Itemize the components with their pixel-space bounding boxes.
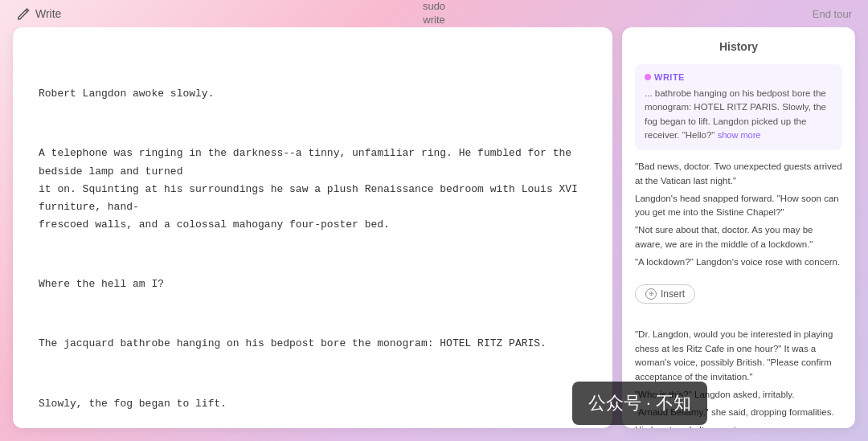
history-para-4: "A lockdown?" Langdon's voice rose with …	[635, 254, 842, 272]
paragraph-1: Robert Langdon awoke slowly.	[39, 85, 587, 103]
history-para-5: "Dr. Langdon, would you be interested in…	[635, 326, 842, 386]
paragraph-4: The jacquard bathrobe hanging on his bed…	[39, 335, 587, 353]
history-para-2: Langdon's head snapped forward. "How soo…	[635, 190, 842, 223]
history-paragraphs-2: "Dr. Langdon, would you be interested in…	[635, 326, 842, 428]
history-paragraphs-1: "Bad news, doctor. Two unexpected guests…	[635, 158, 842, 272]
paragraph-5: Slowly, the fog began to lift.	[39, 395, 587, 413]
write-entry-header: WRITE	[645, 72, 833, 82]
pencil-icon	[16, 6, 31, 21]
top-bar: Write sudo write End tour	[0, 0, 868, 27]
insert-icon-1: ⊕	[645, 288, 657, 300]
insert-label-1: Insert	[661, 288, 685, 300]
paragraph-3: Where the hell am I?	[39, 276, 587, 293]
write-button[interactable]: Write	[35, 7, 61, 20]
logo-area: Write	[16, 6, 61, 21]
history-para-3: "Not sure about that, doctor. As you may…	[635, 222, 842, 254]
history-para-1: "Bad news, doctor. Two unexpected guests…	[635, 158, 842, 190]
paragraph-2: A telephone was ringing in the darkness-…	[39, 145, 587, 233]
main-content: Robert Langdon awoke slowly. A telephone…	[0, 27, 868, 441]
write-badge-label: WRITE	[654, 72, 685, 82]
editor-panel[interactable]: Robert Langdon awoke slowly. A telephone…	[13, 27, 612, 428]
write-entry-text: ... bathrobe hanging on his bedpost bore…	[645, 87, 833, 142]
write-entry: WRITE ... bathrobe hanging on his bedpos…	[635, 64, 842, 150]
show-more-link[interactable]: show more	[718, 130, 761, 140]
history-panel[interactable]: History WRITE ... bathrobe hanging on hi…	[622, 27, 855, 428]
history-title: History	[635, 40, 842, 53]
write-badge-dot	[645, 74, 651, 80]
history-para-7: "Arnaud Bellamy," she said, dropping for…	[635, 404, 842, 422]
app-title: sudo write	[423, 0, 445, 27]
history-para-6: "Who is this?" Langdon asked, irritably.	[635, 386, 842, 404]
editor-text: Robert Langdon awoke slowly. A telephone…	[39, 50, 587, 428]
end-tour-button[interactable]: End tour	[813, 8, 852, 20]
insert-button-1[interactable]: ⊕ Insert	[635, 284, 695, 304]
write-badge: WRITE	[645, 72, 685, 82]
history-para-8: His heart sank. It was a trap.	[635, 422, 842, 428]
